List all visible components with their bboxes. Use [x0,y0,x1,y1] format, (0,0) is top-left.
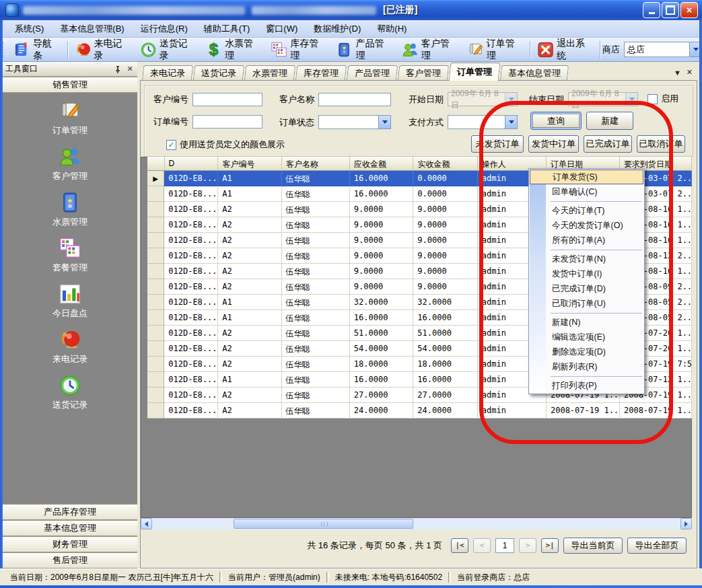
context-menu-item[interactable]: 订单发货(S) [530,170,643,184]
sidebar-item-scroll-pen[interactable]: 订单管理 [52,100,87,137]
context-menu-item[interactable]: 编辑选定项(E) [529,330,644,344]
scrollbar-thumb[interactable] [234,519,413,529]
menubar-item[interactable]: 窗口(W) [258,21,306,37]
tab-送货记录[interactable]: 送货记录 [193,65,244,81]
sidebar-section-button[interactable]: 基本信息管理 [3,520,137,536]
toolbar-button-people[interactable]: 客户管理 [397,36,462,63]
context-menu-item[interactable]: 今天的订单(T) [529,203,644,218]
row-selector-cell[interactable] [147,248,164,264]
sidebar-item-grid[interactable]: 套餐管理 [52,237,87,274]
sidebar-item-clock[interactable]: 送货记录 [52,374,87,411]
sidebar-section-button[interactable]: 售后管理 [3,552,137,568]
query-button[interactable]: 查询 [530,112,582,130]
close-button[interactable]: × [680,2,698,18]
order-status-filter-button[interactable]: 未发货订单 [471,135,524,153]
row-selector-cell[interactable] [147,186,164,202]
tab-产品管理[interactable]: 产品管理 [347,65,398,81]
scroll-right-icon[interactable] [680,518,692,529]
order-status-filter-button[interactable]: 发货中订单 [528,135,579,153]
row-selector-cell[interactable] [147,295,164,310]
driver-color-checkbox[interactable]: ✓ [166,140,176,150]
column-header[interactable]: 应收金额 [350,157,413,171]
sidebar-item-bell[interactable]: 来电记录 [52,328,87,365]
sidebar-item-bar-chart[interactable]: 今日盘点 [52,283,87,320]
end-date-picker[interactable]: 2009年 6月 8日 [568,92,638,106]
customer-name-input[interactable] [318,93,391,106]
start-date-picker[interactable]: 2009年 6月 8日 [448,92,518,106]
column-header[interactable]: 客户编号 [218,157,281,171]
tab-close-icon[interactable]: ✕ [687,68,693,77]
row-selector-cell[interactable] [147,233,164,248]
tab-库存管理[interactable]: 库存管理 [295,65,347,81]
tab-水票管理[interactable]: 水票管理 [244,65,295,81]
column-header[interactable]: D [165,157,219,171]
tab-基本信息管理[interactable]: 基本信息管理 [500,65,569,81]
context-menu-item[interactable]: 今天的发货订单(O) [529,218,644,233]
maximize-button[interactable] [662,2,679,18]
pay-method-select[interactable] [448,115,518,129]
first-page-button[interactable]: |< [451,538,468,553]
menubar-item[interactable]: 数据维护(D) [306,21,369,37]
sidebar-item-people[interactable]: 客户管理 [52,145,87,182]
table-row[interactable]: 012D-E8...A2伍华聪24.000024.0000admin2008-0… [147,403,692,418]
tab-来电记录[interactable]: 来电记录 [142,65,193,81]
context-menu-item[interactable]: 新建(N) [529,315,644,330]
sidebar-section-button[interactable]: 财务管理 [3,536,137,552]
context-menu-item[interactable]: 刷新列表(R) [529,359,644,374]
export-all-pages-button[interactable]: 导出全部页 [627,538,687,554]
row-selector-cell[interactable] [147,279,164,295]
page-number-input[interactable] [495,538,514,553]
row-selector-cell[interactable] [147,388,164,403]
column-header[interactable]: 客户名称 [282,157,350,171]
tab-客户管理[interactable]: 客户管理 [398,65,449,81]
minimize-button[interactable] [643,2,660,18]
close-tool-window-icon[interactable]: ✕ [125,65,135,74]
pin-icon[interactable] [113,65,122,74]
order-status-filter-button[interactable]: 已取消订单 [637,135,685,153]
context-menu-item[interactable]: 删除选定项(D) [529,344,644,359]
tab-订单管理[interactable]: 订单管理 [449,63,501,81]
tab-scroll-down-icon[interactable]: ▼ [674,69,681,77]
menubar-item[interactable]: 系统(S) [7,21,52,37]
sidebar-section-button[interactable]: 产品库存管理 [3,504,137,520]
context-menu-item[interactable]: 发货中订单(I) [529,266,644,281]
context-menu-item[interactable]: 所有的订单(A) [529,233,644,248]
context-menu-item[interactable]: 已完成订单(D) [529,281,644,296]
last-page-button[interactable]: >| [541,538,559,553]
row-selector-cell[interactable] [147,264,164,279]
context-menu-item[interactable]: 未发货订单(N) [529,252,644,266]
menubar-item[interactable]: 运行信息(R) [133,21,196,37]
toolbar-button-product-book[interactable]: 产品管理 [331,36,396,63]
row-selector-cell[interactable] [147,310,164,326]
row-selector-cell[interactable]: ▶ [147,171,164,186]
order-no-input[interactable] [192,115,262,128]
new-button[interactable]: 新建 [586,112,633,130]
toolbar-button-scroll-pen[interactable]: 订单管理 [462,36,528,63]
toolbar-button-grid[interactable]: 库存管理 [266,36,331,63]
row-selector-cell[interactable] [147,372,164,388]
toolbar-button-bell[interactable]: 来电记录 [70,36,135,63]
column-header[interactable]: 实收金额 [413,157,477,171]
order-status-filter-button[interactable]: 已完成订单 [584,135,632,153]
menubar-item[interactable]: 辅助工具(T) [196,21,258,37]
enable-checkbox[interactable] [647,94,658,104]
menubar-item[interactable]: 基本信息管理(B) [52,21,132,37]
export-current-page-button[interactable]: 导出当前页 [563,538,623,554]
chevron-down-icon[interactable] [625,93,637,106]
horizontal-scrollbar[interactable] [141,518,692,529]
chevron-down-icon[interactable] [505,116,517,128]
row-selector-cell[interactable] [147,326,164,341]
toolbar-button-navbar-book[interactable]: 导航条 [9,36,65,63]
toolbar-button-clock[interactable]: 送货记录 [135,36,201,63]
row-selector-cell[interactable] [147,217,164,233]
next-page-button[interactable]: > [519,538,536,553]
toolbar-button-dollar[interactable]: $水票管理 [201,36,266,63]
context-menu-item[interactable]: 回单确认(C) [529,184,644,199]
row-selector-cell[interactable] [147,341,164,357]
customer-no-input[interactable] [192,93,262,106]
chevron-down-icon[interactable] [505,93,517,106]
menubar-item[interactable]: 帮助(H) [369,21,415,37]
context-menu-item[interactable]: 已取消订单(U) [529,296,644,311]
sidebar-section-sales[interactable]: 销售管理 [3,77,137,93]
order-status-select[interactable] [318,115,391,129]
